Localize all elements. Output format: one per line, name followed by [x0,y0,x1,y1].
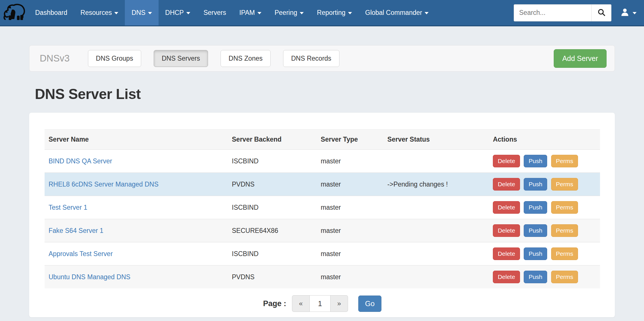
server-name-link[interactable]: BIND DNS QA Server [49,157,112,165]
delete-button[interactable]: Delete [493,224,520,237]
chevron-down-icon [300,12,304,14]
server-name-link[interactable]: Fake S64 Server 1 [49,227,103,234]
push-button[interactable]: Push [524,271,547,283]
push-button[interactable]: Push [524,247,547,260]
table-row: Ubuntu DNS Managed DNS PVDNS master Dele… [45,265,600,289]
tab-dns-groups[interactable]: DNS Groups [88,50,141,67]
server-status-cell [383,265,489,289]
push-button[interactable]: Push [524,224,547,237]
nav-item-reporting[interactable]: Reporting [310,0,359,25]
server-status-cell [383,150,489,173]
tab-dns-records[interactable]: DNS Records [283,50,339,67]
server-type-cell: master [317,219,383,242]
col-header-actions: Actions [489,130,600,150]
server-backend-cell: ISCBIND [228,242,317,265]
search-group [514,4,611,21]
nav-label: IPAM [239,9,255,17]
nav-item-peering[interactable]: Peering [268,0,310,25]
server-backend-cell: ISCBIND [228,150,317,173]
delete-button[interactable]: Delete [493,155,520,167]
nav-label: Reporting [317,9,345,17]
server-status-cell [383,242,489,265]
tab-dns-zones[interactable]: DNS Zones [221,50,271,67]
chevron-down-icon [186,12,190,14]
chevron-down-icon [425,12,429,14]
server-name-link[interactable]: Test Server 1 [49,204,87,211]
server-type-cell: master [317,173,383,196]
user-icon [620,7,630,18]
perms-button[interactable]: Perms [551,201,578,214]
nav-item-servers[interactable]: Servers [197,0,233,25]
nav-label: Peering [275,9,297,17]
table-row: Fake S64 Server 1 SECURE64X86 master Del… [45,219,600,242]
pagination: Page : « » Go [45,295,600,312]
chevron-down-icon [148,12,152,14]
col-header-server-status: Server Status [383,130,489,150]
server-table: Server Name Server Backend Server Type S… [45,129,600,288]
server-name-link[interactable]: RHEL8 6cDNS Server Managed DNS [49,181,159,188]
push-button[interactable]: Push [524,155,547,167]
perms-button[interactable]: Perms [551,178,578,191]
col-header-server-type: Server Type [317,130,383,150]
prev-page-button[interactable]: « [292,295,309,312]
mammoth-logo-icon [2,3,27,23]
main-nav: Dashboard Resources DNS DHCP Servers IPA… [29,0,435,25]
delete-button[interactable]: Delete [493,271,520,283]
nav-label: DHCP [165,9,184,17]
server-name-link[interactable]: Ubuntu DNS Managed DNS [49,273,130,281]
push-button[interactable]: Push [524,178,547,191]
dnsv3-brand: DNSv3 [40,53,70,64]
top-navbar: Dashboard Resources DNS DHCP Servers IPA… [0,0,644,26]
nav-item-global-commander[interactable]: Global Commander [359,0,435,25]
nav-label: DNS [131,9,145,17]
nav-item-dns[interactable]: DNS [125,0,159,25]
navbar-right [514,0,644,25]
server-status-cell [383,219,489,242]
add-server-button[interactable]: Add Server [554,49,607,68]
next-page-button[interactable]: » [331,295,348,312]
page-number-input[interactable] [309,295,331,312]
server-backend-cell: PVDNS [228,173,317,196]
search-input[interactable] [514,4,591,21]
perms-button[interactable]: Perms [551,224,578,237]
go-button[interactable]: Go [358,296,381,312]
server-backend-cell: PVDNS [228,265,317,289]
nav-item-dashboard[interactable]: Dashboard [29,0,74,25]
page-title: DNS Server List [35,86,615,102]
server-type-cell: master [317,196,383,219]
table-row: Test Server 1 ISCBIND master Delete Push… [45,196,600,219]
table-header-row: Server Name Server Backend Server Type S… [45,130,600,150]
server-name-link[interactable]: Approvals Test Server [49,250,113,257]
server-backend-cell: ISCBIND [228,196,317,219]
server-status-cell [383,196,489,219]
delete-button[interactable]: Delete [493,201,520,214]
col-header-server-name: Server Name [45,130,228,150]
server-status-cell: ->Pending changes ! [383,173,489,196]
chevron-down-icon [114,12,118,14]
col-header-server-backend: Server Backend [228,130,317,150]
main-container: DNSv3 DNS Groups DNS Servers DNS Zones D… [29,45,615,317]
tab-dns-servers[interactable]: DNS Servers [154,50,208,67]
search-button[interactable] [591,4,611,21]
user-menu[interactable] [620,7,637,18]
pager-group: « » [292,295,348,312]
perms-button[interactable]: Perms [551,271,578,283]
page-label: Page : [263,299,286,308]
app-logo[interactable] [0,0,29,25]
push-button[interactable]: Push [524,201,547,214]
server-backend-cell: SECURE64X86 [228,219,317,242]
server-type-cell: master [317,150,383,173]
nav-item-dhcp[interactable]: DHCP [159,0,197,25]
nav-item-resources[interactable]: Resources [74,0,125,25]
server-type-cell: master [317,242,383,265]
nav-label: Resources [81,9,112,17]
nav-label: Dashboard [35,9,67,17]
delete-button[interactable]: Delete [493,247,520,260]
dnsv3-toolbar: DNSv3 DNS Groups DNS Servers DNS Zones D… [29,45,615,72]
perms-button[interactable]: Perms [551,155,578,167]
table-row: Approvals Test Server ISCBIND master Del… [45,242,600,265]
nav-item-ipam[interactable]: IPAM [233,0,268,25]
delete-button[interactable]: Delete [493,178,520,191]
chevron-down-icon [348,12,352,14]
perms-button[interactable]: Perms [551,247,578,260]
